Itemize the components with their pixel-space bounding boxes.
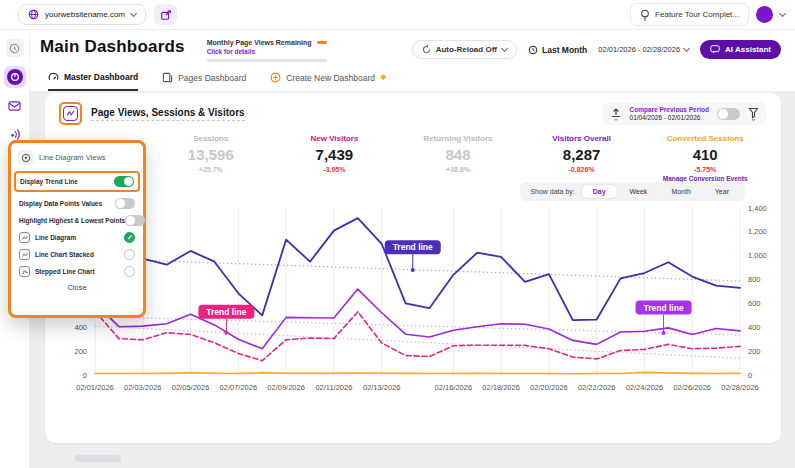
donut-chart-icon <box>10 72 20 82</box>
quota-minimize-dash[interactable] <box>317 41 327 44</box>
y-tick-label-right: 600 <box>748 299 761 308</box>
sidebar-item-status[interactable] <box>6 39 24 57</box>
granularity-week[interactable]: Week <box>619 185 659 198</box>
tab-create-new-dashboard[interactable]: Create New Dashboard ✱ <box>270 71 387 91</box>
horizontal-scrollbar[interactable] <box>75 455 121 462</box>
y-tick-label-right: 200 <box>748 347 761 356</box>
tab-master-dashboard[interactable]: Master Dashboard <box>48 71 138 91</box>
y-tick-label-right: 1,400 <box>748 206 767 213</box>
line-diagram-radio[interactable] <box>124 232 135 243</box>
clock-icon <box>9 43 20 54</box>
widget-controls: Compare Previous Period 01/04/2026 - 02/… <box>602 102 767 125</box>
option-row-line-diagram[interactable]: Line Diagram <box>19 232 135 243</box>
date-range-picker[interactable]: 02/01/2026 - 02/28/2026 <box>598 45 689 54</box>
line-chart-stacked-radio[interactable] <box>124 249 135 260</box>
avatar-chevron-icon[interactable] <box>779 9 786 16</box>
manage-conversion-events-link[interactable]: Manage Conversion Events <box>643 175 767 182</box>
stepped-chart-icon <box>19 266 30 277</box>
quota-details-link[interactable]: Click for details <box>207 48 327 55</box>
top-bar: yourwebsitename.com Feature Tour Complet… <box>0 0 795 30</box>
ai-assistant-button[interactable]: AI Assistant <box>700 40 781 59</box>
trend-line-badge-label: Trend line <box>206 307 246 317</box>
period-preset[interactable]: Last Month <box>528 45 587 55</box>
x-tick-label: 02/18/2026 <box>482 383 520 392</box>
x-tick-label: 02/07/2026 <box>220 383 258 392</box>
sparkle-icon: ✱ <box>380 73 387 82</box>
clock-icon <box>528 45 538 55</box>
line-chart-icon <box>19 232 30 243</box>
envelope-icon <box>8 100 21 112</box>
widget-title: Page Views, Sessions & Visitors <box>91 107 245 121</box>
widget-card: Page Views, Sessions & Visitors Compare … <box>45 93 781 443</box>
stat-new-visitors[interactable]: New Visitors 7,439 -3.95% <box>273 134 397 182</box>
sidebar-item-dashboards-active[interactable] <box>4 66 26 88</box>
tab-pages-dashboard[interactable]: Pages Dashboard <box>162 71 246 91</box>
auto-reload-label: Auto-Reload Off <box>436 45 497 54</box>
site-selector[interactable]: yourwebsitename.com <box>18 4 146 25</box>
chart-area: 02/01/202602/03/202602/05/202602/07/2026… <box>59 206 767 398</box>
date-range-label: 02/01/2026 - 02/28/2026 <box>598 45 680 54</box>
stat-sessions[interactable]: Sessions 13,596 +25.7% <box>149 134 273 182</box>
x-tick-label: 02/20/2026 <box>530 383 568 392</box>
popup-close-button[interactable]: Close <box>18 283 136 292</box>
trend-dot <box>411 268 415 272</box>
gauge-icon <box>48 71 59 82</box>
pages-icon <box>162 72 173 83</box>
option-row-stepped-line-chart[interactable]: Stepped Line Chart <box>19 266 135 277</box>
x-tick-label: 02/11/2026 <box>315 383 352 392</box>
granularity-month[interactable]: Month <box>660 185 701 198</box>
line-chart-widget-icon[interactable] <box>63 106 78 121</box>
y-tick-label-right: 800 <box>748 275 761 284</box>
display-trend-line-toggle[interactable] <box>114 176 134 187</box>
chevron-down-icon <box>501 44 508 51</box>
compare-range: 01/04/2026 - 02/01/2026 <box>630 114 709 121</box>
x-tick-label: 02/09/2026 <box>267 383 305 392</box>
sidebar-item-inbox[interactable] <box>6 97 24 115</box>
feature-tour-label: Feature Tour Complet... <box>655 10 739 19</box>
period-preset-label: Last Month <box>542 45 587 55</box>
line-chart[interactable]: 02/01/202602/03/202602/05/202602/07/2026… <box>59 206 767 398</box>
tab-label: Master Dashboard <box>64 72 138 82</box>
stat-returning-visitors[interactable]: Returning Visitors 848 +38.8% <box>396 134 520 182</box>
x-tick-label: 02/16/2026 <box>435 383 473 392</box>
tab-label: Create New Dashboard <box>286 73 375 83</box>
toggle-row-highlight-points: Highlight Highest & Lowest Points <box>19 215 135 226</box>
popup-title: Line Diagram Views <box>39 153 106 162</box>
chat-bubble-icon <box>710 45 720 54</box>
x-tick-label: 02/22/2026 <box>578 383 616 392</box>
granularity-switcher: Show data by: Day Week Month Year <box>520 182 745 201</box>
page-title: Main Dashboards <box>40 37 185 57</box>
signal-icon <box>8 127 21 140</box>
stacked-chart-icon <box>19 249 30 260</box>
x-tick-label: 02/13/2026 <box>363 383 401 392</box>
export-download-icon[interactable] <box>610 107 622 121</box>
lightbulb-icon <box>640 9 650 21</box>
stats-row: Sessions 13,596 +25.7% New Visitors 7,43… <box>59 134 767 182</box>
auto-reload-dropdown[interactable]: Auto-Reload Off <box>412 40 517 59</box>
granularity-day[interactable]: Day <box>582 185 617 198</box>
external-link-button[interactable] <box>154 4 177 25</box>
display-data-points-toggle[interactable] <box>115 198 135 209</box>
trend-line-badge-label: Trend line <box>643 303 683 313</box>
x-tick-label: 02/28/2026 <box>721 383 759 392</box>
compare-toggle[interactable] <box>717 108 740 120</box>
plus-circle-icon <box>270 72 281 83</box>
tab-label: Pages Dashboard <box>178 73 246 83</box>
option-row-line-chart-stacked[interactable]: Line Chart Stacked <box>19 249 135 260</box>
target-icon <box>18 150 33 165</box>
feature-tour-button[interactable]: Feature Tour Complet... <box>630 3 749 26</box>
series-converted-sessions <box>95 372 740 373</box>
tour-highlight-box <box>59 102 82 125</box>
y-tick-label-left: 400 <box>74 323 87 332</box>
ai-assistant-label: AI Assistant <box>725 45 771 54</box>
x-tick-label: 02/24/2026 <box>626 383 664 392</box>
highlight-points-toggle[interactable] <box>125 215 145 226</box>
chevron-down-icon <box>130 9 137 16</box>
stat-converted-sessions[interactable]: Converted Sessions 410 -5.75% Manage Con… <box>643 134 767 182</box>
x-tick-label: 02/03/2026 <box>124 383 162 392</box>
avatar[interactable] <box>756 6 773 23</box>
stepped-line-chart-radio[interactable] <box>124 266 135 277</box>
stat-visitors-overall[interactable]: Visitors Overall 8,287 -0.826% <box>520 134 644 182</box>
filter-funnel-icon[interactable] <box>748 107 759 121</box>
granularity-year[interactable]: Year <box>704 185 740 198</box>
